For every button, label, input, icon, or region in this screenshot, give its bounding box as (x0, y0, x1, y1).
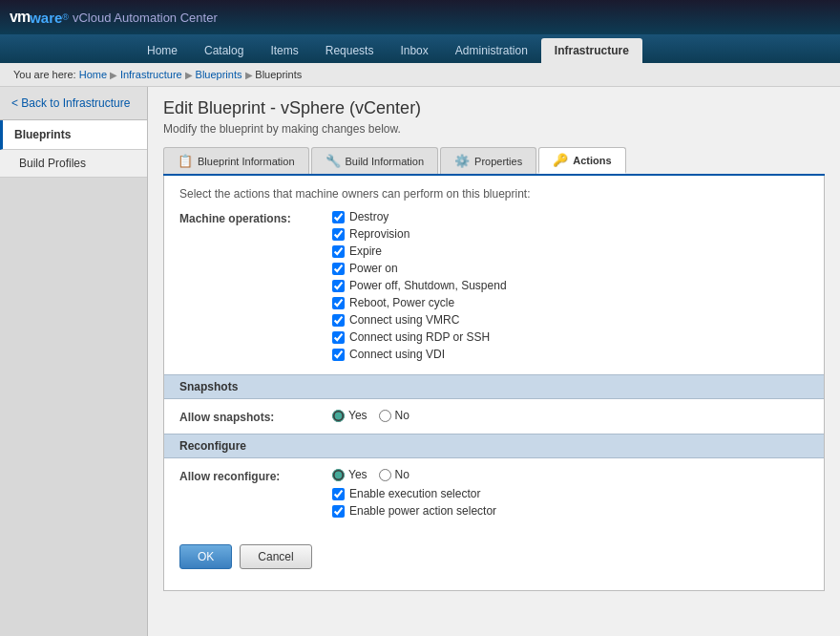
breadcrumb-sep3: ▶ (245, 70, 256, 80)
tabs: 📋 Blueprint Information 🔧 Build Informat… (163, 147, 825, 176)
sidebar-item-build-profiles[interactable]: Build Profiles (0, 150, 147, 178)
op-vdi-checkbox[interactable] (332, 349, 345, 361)
breadcrumb-sep1: ▶ (110, 70, 120, 80)
tab-build-info-label: Build Information (346, 156, 425, 167)
actions-intro: Select the actions that machine owners c… (179, 187, 808, 201)
breadcrumb-home[interactable]: Home (79, 69, 107, 80)
allow-snapshots-controls: Yes No (332, 409, 808, 422)
op-rdp: Connect using RDP or SSH (332, 330, 808, 344)
main-layout: < Back to Infrastructure Blueprints Buil… (0, 87, 840, 636)
vmware-brand: vm (10, 9, 30, 26)
op-power-off: Power off, Shutdown, Suspend (332, 279, 808, 292)
op-power-on: Power on (332, 262, 808, 275)
power-action-selector-label: Enable power action selector (349, 504, 496, 518)
reconfigure-section-header: Reconfigure (164, 434, 824, 458)
tab-build-info[interactable]: 🔧 Build Information (311, 147, 439, 174)
nav-catalog[interactable]: Catalog (191, 38, 257, 63)
snapshots-yes-option: Yes (332, 409, 368, 422)
navbar: Home Catalog Items Requests Inbox Admini… (0, 34, 840, 63)
blueprint-info-icon: 📋 (178, 154, 193, 168)
op-vdi: Connect using VDI (332, 348, 808, 361)
snapshots-no-radio[interactable] (379, 410, 391, 422)
op-reprovision-label: Reprovision (349, 227, 410, 241)
nav-items[interactable]: Items (257, 38, 311, 63)
machine-operations-label: Machine operations: (179, 210, 332, 225)
trademark: ® (62, 12, 69, 22)
op-expire: Expire (332, 244, 808, 258)
snapshots-section-header: Snapshots (164, 374, 824, 399)
reconfigure-no-radio[interactable] (379, 469, 391, 481)
vmware-logo: vmware® vCloud Automation Center (10, 9, 218, 26)
sidebar-item-blueprints[interactable]: Blueprints (0, 120, 147, 150)
op-reprovision: Reprovision (332, 227, 808, 241)
snapshots-no-label: No (395, 409, 410, 422)
reconfigure-yes-label: Yes (348, 468, 368, 481)
sidebar-back-link[interactable]: < Back to Infrastructure (0, 87, 147, 120)
op-vmrc: Connect using VMRC (332, 313, 808, 327)
op-reprovision-checkbox[interactable] (332, 228, 345, 241)
execution-selector-label: Enable execution selector (349, 487, 480, 500)
cancel-button[interactable]: Cancel (240, 544, 311, 569)
op-destroy-checkbox[interactable] (332, 211, 345, 223)
op-vmrc-checkbox[interactable] (332, 314, 345, 327)
op-rdp-label: Connect using RDP or SSH (349, 330, 490, 344)
reconfigure-no-option: No (379, 468, 410, 481)
breadcrumb-sep2: ▶ (185, 70, 196, 80)
header: vmware® vCloud Automation Center (0, 0, 840, 34)
machine-operations-controls: Destroy Reprovision Expire Power on (332, 210, 808, 365)
op-expire-label: Expire (349, 244, 382, 258)
tab-properties-label: Properties (474, 156, 522, 167)
tab-actions-label: Actions (573, 155, 611, 166)
snapshots-yes-radio[interactable] (332, 410, 345, 422)
properties-icon: ⚙️ (454, 154, 470, 168)
breadcrumb-blueprints[interactable]: Blueprints (196, 69, 242, 80)
op-destroy-label: Destroy (349, 210, 388, 223)
machine-operations-group: Machine operations: Destroy Reprovision … (179, 210, 808, 365)
breadcrumb: You are here: Home ▶ Infrastructure ▶ Bl… (0, 63, 840, 87)
snapshots-radio-row: Yes No (332, 409, 808, 422)
reconfigure-no-label: No (395, 468, 410, 481)
op-expire-checkbox[interactable] (332, 245, 345, 258)
power-action-selector-checkbox[interactable] (332, 505, 345, 518)
tab-properties[interactable]: ⚙️ Properties (440, 147, 536, 174)
op-reboot-checkbox[interactable] (332, 297, 345, 309)
vmware-brand2: ware (30, 10, 62, 26)
allow-reconfigure-label: Allow reconfigure: (179, 468, 332, 483)
op-power-on-label: Power on (349, 262, 398, 275)
op-rdp-checkbox[interactable] (332, 331, 345, 344)
actions-icon: 🔑 (553, 153, 568, 167)
op-power-off-label: Power off, Shutdown, Suspend (349, 279, 507, 292)
content-area: Edit Blueprint - vSphere (vCenter) Modif… (148, 87, 840, 636)
sidebar: < Back to Infrastructure Blueprints Buil… (0, 87, 148, 636)
reconfigure-yes-radio[interactable] (332, 469, 345, 481)
op-reboot-label: Reboot, Power cycle (349, 296, 454, 309)
execution-selector-row: Enable execution selector (332, 487, 808, 500)
breadcrumb-current: Blueprints (255, 69, 302, 80)
page-subtitle: Modify the blueprint by making changes b… (163, 122, 825, 136)
snapshots-no-option: No (379, 409, 410, 422)
op-power-off-checkbox[interactable] (332, 280, 345, 292)
form-buttons: OK Cancel (179, 535, 808, 579)
page-title: Edit Blueprint - vSphere (vCenter) (163, 98, 825, 118)
reconfigure-yes-option: Yes (332, 468, 368, 481)
nav-infrastructure[interactable]: Infrastructure (541, 38, 642, 63)
nav-home[interactable]: Home (134, 38, 191, 63)
op-destroy: Destroy (332, 210, 808, 223)
reconfigure-radio-row: Yes No (332, 468, 808, 481)
nav-requests[interactable]: Requests (312, 38, 388, 63)
nav-administration[interactable]: Administration (442, 38, 541, 63)
op-vmrc-label: Connect using VMRC (349, 313, 459, 327)
snapshots-yes-label: Yes (348, 409, 368, 422)
product-name: vCloud Automation Center (73, 11, 218, 25)
op-power-on-checkbox[interactable] (332, 263, 345, 275)
tab-blueprint-info[interactable]: 📋 Blueprint Information (163, 147, 309, 174)
execution-selector-checkbox[interactable] (332, 488, 345, 500)
tab-blueprint-info-label: Blueprint Information (198, 156, 295, 167)
tab-actions[interactable]: 🔑 Actions (538, 147, 625, 174)
breadcrumb-infrastructure[interactable]: Infrastructure (120, 69, 182, 80)
ok-button[interactable]: OK (179, 544, 232, 569)
allow-reconfigure-controls: Yes No Enable execution selector Enabl (332, 468, 808, 521)
sidebar-section: Blueprints Build Profiles (0, 120, 147, 178)
build-info-icon: 🔧 (326, 154, 341, 168)
nav-inbox[interactable]: Inbox (387, 38, 441, 63)
